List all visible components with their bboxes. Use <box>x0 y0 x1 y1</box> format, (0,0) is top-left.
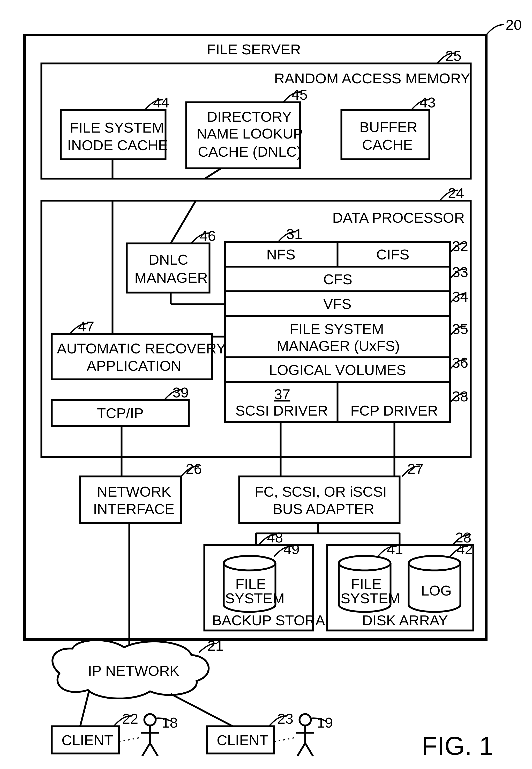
dnlc-manager-l1: DNLC <box>149 252 188 268</box>
client1-label: CLIENT <box>62 732 113 748</box>
da-fs-l1: FILE <box>351 576 381 592</box>
disk-array-label: DISK ARRAY <box>362 612 448 629</box>
ref-34: 34 <box>452 289 468 305</box>
ref-41: 41 <box>387 541 403 557</box>
inode-cache-l1: FILE SYSTEM <box>70 119 164 136</box>
da-fs-l2: SYSTEM <box>341 590 400 607</box>
ref-48: 48 <box>267 529 283 545</box>
ref-19: 19 <box>317 714 333 731</box>
backup-storage-label: BACKUP STORAGE <box>212 612 346 629</box>
svg-point-11 <box>144 714 156 726</box>
ref-43: 43 <box>419 94 436 110</box>
bus-adapter-l2: BUS ADAPTER <box>273 501 374 517</box>
svg-point-8 <box>224 556 275 570</box>
user2-icon <box>296 714 314 756</box>
svg-point-10 <box>409 556 460 570</box>
svg-point-9 <box>339 556 391 570</box>
data-processor-label: DATA PROCESSOR <box>332 210 464 226</box>
svg-line-37 <box>80 690 89 726</box>
ref-47: 47 <box>78 318 94 335</box>
ref-37: 37 <box>274 386 290 402</box>
ref-25: 25 <box>445 48 461 64</box>
dnlc-l2: NAME LOOKUP <box>197 125 303 142</box>
ref-38: 38 <box>452 388 468 404</box>
ref-24: 24 <box>448 185 464 201</box>
ref-20: 20 <box>506 17 522 33</box>
nfs-label: NFS <box>266 246 295 263</box>
ref-hook-20 <box>486 25 504 35</box>
network-interface-l1: NETWORK <box>97 483 171 500</box>
auto-recovery-l2: APPLICATION <box>87 358 181 374</box>
ref-36: 36 <box>452 354 468 371</box>
buffer-cache-l2: CACHE <box>362 136 413 153</box>
tcpip-label: TCP/IP <box>97 405 144 421</box>
bus-adapter-l1: FC, SCSI, OR iSCSI <box>255 483 387 500</box>
ref-35: 35 <box>452 321 468 337</box>
network-interface-l2: INTERFACE <box>93 501 174 517</box>
svg-line-19 <box>297 743 305 756</box>
ref-32: 32 <box>452 238 468 254</box>
svg-line-15 <box>150 743 158 756</box>
dnlc-l1: DIRECTORY <box>207 108 292 125</box>
svg-point-16 <box>299 714 311 726</box>
dnlc-l3: CACHE (DNLC) <box>198 143 302 160</box>
fcp-driver-label: FCP DRIVER <box>350 402 438 419</box>
diagram-canvas: .box { fill: #ffffff; stroke: #000000; s… <box>0 0 532 769</box>
uxfs-l1: FILE SYSTEM <box>290 321 384 337</box>
buffer-cache-l1: BUFFER <box>359 119 417 135</box>
client1-user-dotted <box>119 737 141 742</box>
svg-line-20 <box>305 743 313 756</box>
vfs-label: VFS <box>323 296 351 312</box>
ref-18: 18 <box>162 714 178 731</box>
backup-fs-l2: SYSTEM <box>225 590 284 607</box>
auto-recovery-l1: AUTOMATIC RECOVERY <box>57 340 226 357</box>
ref-26: 26 <box>186 461 202 477</box>
dnlc-manager-l2: MANAGER <box>134 270 208 286</box>
ip-network-cloud: IP NETWORK <box>53 640 209 698</box>
ref-42: 42 <box>457 541 473 557</box>
backup-fs-l1: FILE <box>235 576 266 592</box>
ref-23: 23 <box>277 711 293 727</box>
svg-line-14 <box>142 743 150 756</box>
file-server-label: FILE SERVER <box>207 41 301 57</box>
ref-31: 31 <box>286 226 302 242</box>
uxfs-l2: MANAGER (UxFS) <box>277 338 400 354</box>
inode-cache-l2: INODE CACHE <box>67 137 168 153</box>
ref-44: 44 <box>153 94 169 110</box>
ram-label: RANDOM ACCESS MEMORY <box>274 70 470 86</box>
logical-volumes-label: LOGICAL VOLUMES <box>269 362 406 378</box>
ref-45: 45 <box>291 86 308 103</box>
ref-49: 49 <box>283 541 299 557</box>
client2-label: CLIENT <box>217 732 268 748</box>
ref-22: 22 <box>122 711 138 727</box>
cfs-label: CFS <box>323 271 352 287</box>
ref-27: 27 <box>407 461 423 477</box>
ip-network-label: IP NETWORK <box>88 663 179 679</box>
svg-line-38 <box>171 694 233 726</box>
ref-39: 39 <box>173 384 189 401</box>
user1-icon <box>141 714 159 756</box>
ref-33: 33 <box>452 264 468 280</box>
da-log-label: LOG <box>421 582 452 599</box>
ref-46: 46 <box>200 228 216 244</box>
cifs-label: CIFS <box>376 246 409 263</box>
client2-user-dotted <box>274 737 296 742</box>
software-stack: NFS CIFS 31 32 CFS 33 VFS 34 FILE SYSTEM… <box>225 226 468 422</box>
ref-21: 21 <box>207 638 223 654</box>
figure-label: FIG. 1 <box>422 731 493 760</box>
scsi-driver-label: SCSI DRIVER <box>235 402 328 419</box>
